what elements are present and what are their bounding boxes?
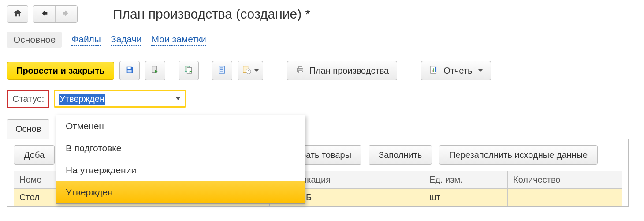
inner-tab-main[interactable]: Основ <box>7 119 49 139</box>
chevron-down-icon <box>478 69 483 72</box>
status-dropdown-toggle[interactable] <box>171 91 185 106</box>
print-button[interactable]: План производства <box>287 61 398 80</box>
nav-forward-button[interactable] <box>56 6 78 22</box>
section-tab-files[interactable]: Файлы <box>71 34 101 46</box>
svg-rect-12 <box>298 66 302 68</box>
add-button[interactable]: Доба <box>14 145 55 165</box>
nav-back-forward[interactable] <box>33 5 78 23</box>
status-input[interactable]: Утвержден <box>55 91 171 106</box>
document-copy-icon <box>184 65 194 77</box>
page-title: План производства (создание) * <box>113 7 310 22</box>
arrow-left-icon <box>39 8 49 20</box>
status-value: Утвержден <box>59 94 105 105</box>
nav-back-button[interactable] <box>33 6 56 22</box>
col-unit[interactable]: Ед. изм. <box>424 171 508 189</box>
schedule-button[interactable] <box>238 61 263 80</box>
cell-unit[interactable]: шт <box>424 189 508 206</box>
status-select[interactable]: Утвержден <box>54 90 186 108</box>
home-button[interactable] <box>7 5 28 23</box>
svg-rect-1 <box>127 70 131 72</box>
properties-button[interactable] <box>212 61 232 80</box>
svg-rect-4 <box>187 67 191 73</box>
status-option-preparing[interactable]: В подготовке <box>56 137 305 159</box>
fill-button[interactable]: Заполнить <box>369 145 432 165</box>
col-qty[interactable]: Количество <box>508 171 622 189</box>
svg-rect-16 <box>433 68 434 72</box>
section-tab-main[interactable]: Основное <box>7 32 62 48</box>
save-button[interactable] <box>119 61 140 80</box>
post-and-close-button[interactable]: Провести и закрыть <box>7 62 114 80</box>
svg-rect-0 <box>127 67 130 69</box>
print-label: План производства <box>309 66 389 76</box>
document-clock-icon <box>242 65 252 77</box>
status-option-approving[interactable]: На утверждении <box>56 159 305 181</box>
document-list-icon <box>217 65 227 77</box>
chevron-down-icon <box>254 69 259 72</box>
cell-qty[interactable] <box>508 189 622 206</box>
create-based-on-button[interactable] <box>179 61 199 80</box>
post-button[interactable] <box>145 61 165 80</box>
reports-label: Отчеты <box>443 66 474 76</box>
section-tab-tasks[interactable]: Задачи <box>111 34 142 46</box>
printer-icon <box>295 65 305 77</box>
chevron-down-icon <box>176 97 180 100</box>
reports-button[interactable]: Отчеты <box>421 61 491 80</box>
svg-rect-17 <box>435 67 436 72</box>
status-option-approved[interactable]: Утвержден <box>56 181 305 203</box>
refill-button[interactable]: Перезаполнить исходные данные <box>439 145 598 165</box>
status-dropdown-list[interactable]: Отменен В подготовке На утверждении Утве… <box>56 115 305 204</box>
report-icon <box>429 65 439 77</box>
section-tab-notes[interactable]: Мои заметки <box>151 34 206 46</box>
status-label: Статус: <box>7 90 49 108</box>
status-option-cancelled[interactable]: Отменен <box>56 115 305 137</box>
home-icon <box>13 8 22 20</box>
svg-rect-15 <box>432 70 433 72</box>
arrow-right-icon <box>61 8 71 20</box>
document-go-icon <box>150 65 160 77</box>
svg-rect-13 <box>298 70 302 73</box>
floppy-icon <box>125 65 134 77</box>
